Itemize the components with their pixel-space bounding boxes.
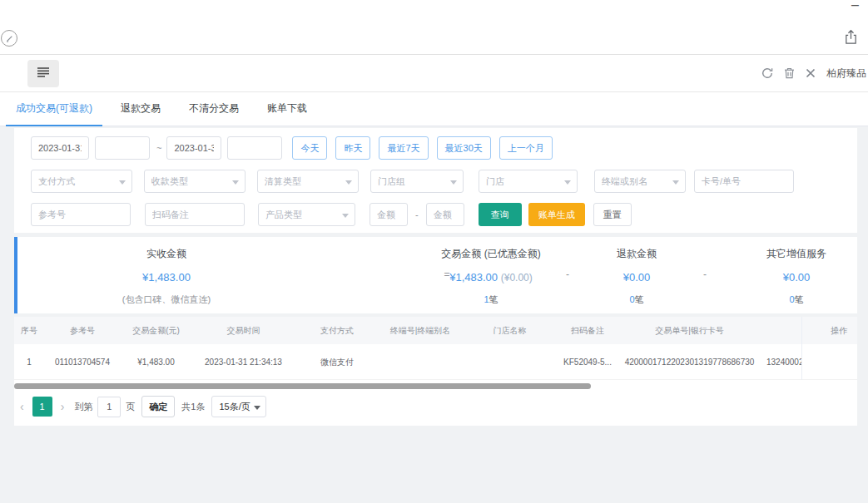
- quick-last7days-button[interactable]: 最近7天: [379, 136, 428, 160]
- caret-down-icon: [232, 180, 239, 188]
- store-select[interactable]: 门店: [479, 170, 578, 193]
- bill-generate-button[interactable]: 账单生成: [528, 203, 585, 226]
- end-time-input[interactable]: [227, 136, 282, 160]
- pay-method-placeholder: 支付方式: [38, 175, 75, 188]
- caret-down-icon: [254, 406, 260, 413]
- quick-today-button[interactable]: 今天: [292, 136, 327, 160]
- ref-no-input[interactable]: [31, 203, 131, 226]
- end-date-input[interactable]: [166, 136, 221, 160]
- header-ref-no: 参考号: [44, 317, 121, 344]
- cell-seq: 1: [14, 344, 44, 380]
- table-header-row: 序号 参考号 交易金额(元) 交易时间 支付方式 终端号|终端别名 门店名称 扫…: [14, 317, 857, 344]
- summary-minus-sign-2: -: [703, 269, 707, 280]
- page-size-select[interactable]: 15条/页: [211, 396, 265, 417]
- pen-badge-icon[interactable]: [1, 30, 17, 47]
- goto-page-suffix: 页: [126, 401, 135, 413]
- header-trade-no: 交易单号|银行卡号: [618, 317, 761, 344]
- summary-trade-label: 交易金额 (已优惠金额): [441, 247, 540, 261]
- store-group-placeholder: 门店组: [378, 175, 405, 188]
- tab-unsettled-trades[interactable]: 不清分交易: [179, 92, 249, 126]
- sticky-action-column: 操作: [801, 317, 857, 380]
- summary-trade-count: 1笔: [441, 284, 540, 306]
- minimize-icon[interactable]: –: [851, 0, 859, 12]
- goto-confirm-button[interactable]: 确定: [141, 396, 175, 417]
- summary-trade: 交易金额 (已优惠金额) ¥1,483.00 (¥0.00) 1笔: [441, 237, 540, 306]
- expand-icon[interactable]: [806, 68, 816, 78]
- horizontal-scrollbar[interactable]: [14, 383, 591, 389]
- header-scan-note: 扫码备注: [558, 317, 618, 344]
- pay-method-select[interactable]: 支付方式: [31, 170, 132, 193]
- refresh-icon[interactable]: [761, 67, 773, 79]
- start-time-input[interactable]: [95, 136, 150, 160]
- date-range-separator: ~: [156, 143, 161, 153]
- store-group-select[interactable]: 门店组: [370, 170, 464, 193]
- receive-type-select[interactable]: 收款类型: [144, 170, 246, 193]
- summary-panel: 实收金额 ¥1,483.00 (包含口碑、微信直连) = 交易金额 (已优惠金额…: [14, 237, 857, 313]
- header-terminal: 终端号|终端别名: [379, 317, 462, 344]
- merchant-name[interactable]: 柏府臻品: [826, 67, 866, 81]
- list-icon: [37, 67, 50, 81]
- clearing-type-select[interactable]: 清算类型: [257, 170, 359, 193]
- next-page-button[interactable]: ›: [57, 400, 68, 413]
- summary-refund-label: 退款金额: [617, 247, 657, 261]
- header-pay-method: 支付方式: [295, 317, 379, 344]
- summary-refund-amount: ¥0.00: [617, 271, 657, 284]
- horizontal-scrollbar-track: [14, 382, 857, 391]
- amount-min-input[interactable]: [370, 203, 408, 226]
- card-no-input[interactable]: [694, 170, 794, 193]
- filter-row-actions: 产品类型 - 查询 账单生成 重置: [31, 203, 857, 226]
- reset-button[interactable]: 重置: [593, 203, 632, 226]
- tab-success-trades[interactable]: 成功交易(可退款): [6, 92, 102, 126]
- cell-scan-note: KF52049-5...: [558, 344, 618, 380]
- search-button[interactable]: 查询: [479, 203, 522, 226]
- caret-down-icon: [345, 180, 352, 188]
- tabs-bar: 成功交易(可退款) 退款交易 不清分交易 账单下载: [0, 92, 868, 126]
- prev-page-button[interactable]: ‹: [17, 400, 27, 413]
- transactions-table: 序号 参考号 交易金额(元) 交易时间 支付方式 终端号|终端别名 门店名称 扫…: [14, 317, 857, 380]
- filter-row-selects: 支付方式 收款类型 清算类型 门店组 门店 终端或别名: [31, 170, 857, 193]
- cell-amount: ¥1,483.00: [121, 344, 191, 380]
- tab-refund-trades[interactable]: 退款交易: [111, 92, 171, 126]
- trash-icon[interactable]: [784, 67, 795, 79]
- quick-last30days-button[interactable]: 最近30天: [437, 136, 491, 160]
- summary-other-label: 其它增值服务: [766, 247, 826, 261]
- summary-trade-amount: ¥1,483.00 (¥0.00): [441, 271, 540, 284]
- pagination-bar: ‹ 1 › 到第 页 确定 共1条 15条/页: [14, 391, 857, 422]
- quick-yesterday-button[interactable]: 昨天: [335, 136, 370, 160]
- receive-type-placeholder: 收款类型: [151, 175, 188, 188]
- summary-other: 其它增值服务 ¥0.00 0笔: [766, 237, 826, 306]
- summary-trade-amount-value: ¥1,483.00: [449, 271, 498, 284]
- caret-down-icon: [672, 180, 679, 188]
- clearing-type-placeholder: 清算类型: [265, 175, 301, 188]
- summary-trade-count-unit: 笔: [489, 294, 498, 304]
- summary-other-count: 0笔: [766, 284, 826, 306]
- current-page-button[interactable]: 1: [32, 397, 52, 417]
- caret-down-icon: [450, 180, 457, 188]
- cell-terminal: [379, 344, 462, 380]
- summary-refund-count: 0笔: [617, 284, 657, 306]
- goto-page-input[interactable]: [97, 397, 121, 417]
- cell-trade-no: 4200001712202301319778686730: [618, 344, 761, 380]
- summary-other-amount: ¥0.00: [766, 271, 826, 284]
- tab-bill-download[interactable]: 账单下载: [257, 92, 317, 126]
- amount-max-input[interactable]: [426, 203, 464, 226]
- menu-toggle-button[interactable]: [27, 60, 59, 87]
- summary-refund: 退款金额 ¥0.00 0笔: [617, 237, 657, 306]
- cell-store-name: [462, 344, 558, 380]
- amount-range-separator: -: [415, 210, 419, 219]
- summary-trade-discount: (¥0.00): [501, 272, 533, 284]
- share-icon[interactable]: [844, 28, 858, 48]
- terminal-placeholder: 终端或别名: [602, 175, 647, 188]
- summary-minus-sign-1: -: [566, 269, 569, 280]
- product-type-select[interactable]: 产品类型: [258, 203, 355, 226]
- start-date-input[interactable]: [31, 136, 89, 160]
- results-panel: 序号 参考号 交易金额(元) 交易时间 支付方式 终端号|终端别名 门店名称 扫…: [14, 317, 857, 426]
- filter-panel: ~ 今天 昨天 最近7天 最近30天 上一个月 支付方式 收款类型 清算类型: [14, 128, 857, 233]
- header-time: 交易时间: [191, 317, 295, 344]
- page-size-value: 15条/页: [219, 401, 250, 413]
- quick-lastmonth-button[interactable]: 上一个月: [499, 136, 553, 160]
- summary-received: 实收金额 ¥1,483.00 (包含口碑、微信直连): [122, 237, 211, 306]
- terminal-select[interactable]: 终端或别名: [594, 170, 686, 193]
- scan-note-input[interactable]: [145, 203, 245, 226]
- header-amount: 交易金额(元): [121, 317, 191, 344]
